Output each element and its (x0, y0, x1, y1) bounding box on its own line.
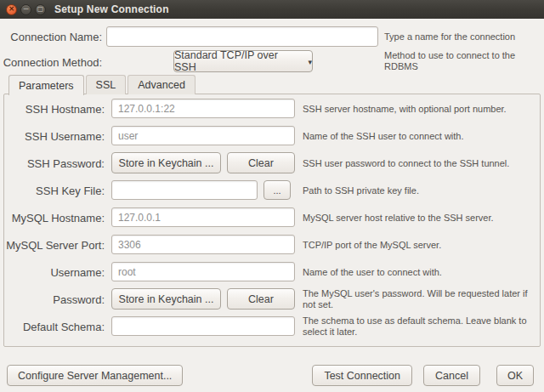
ssh-password-clear-button[interactable]: Clear (227, 152, 295, 173)
mysql-hostname-hint: MySQL server host relative to the SSH se… (303, 204, 537, 231)
test-connection-button[interactable]: Test Connection (312, 365, 412, 386)
ssh-username-label: SSH Username: (0, 122, 105, 150)
default-schema-label: Default Schema: (0, 313, 105, 340)
connection-method-hint: Method to use to connect to the RDBMS (384, 50, 544, 72)
mysql-server-port-input[interactable] (111, 235, 295, 254)
ssh-hostname-input[interactable] (111, 99, 295, 118)
maximize-icon[interactable]: ▢ (35, 4, 46, 15)
window-title: Setup New Connection (54, 3, 169, 15)
connection-method-value: Standard TCP/IP over SSH (174, 49, 300, 73)
default-schema-hint: The schema to use as default schema. Lea… (303, 313, 537, 340)
connection-name-label: Connection Name: (0, 26, 102, 47)
connection-method-label: Connection Method: (0, 51, 102, 73)
mysql-hostname-input[interactable] (111, 207, 295, 227)
tab-bar: ParametersSSLAdvanced (8, 75, 196, 94)
username-hint: Name of the user to connect with. (303, 258, 537, 286)
param-row-default-schema: Default Schema:The schema to use as defa… (0, 313, 544, 340)
ssh-password-label: SSH Password: (0, 150, 105, 177)
chevron-down-icon: ▾ (308, 58, 312, 66)
ssh-hostname-label: SSH Hostname: (0, 95, 105, 122)
ssh-key-file-input[interactable] (111, 180, 258, 200)
default-schema-input[interactable] (111, 316, 295, 336)
configure-server-management-button[interactable]: Configure Server Management... (7, 365, 183, 386)
ssh-key-file-browse-button[interactable]: ... (264, 180, 291, 200)
titlebar: ✕ ─ ▢ Setup New Connection (0, 0, 544, 19)
window-controls: ✕ ─ ▢ (6, 4, 46, 15)
tab-advanced[interactable]: Advanced (128, 75, 196, 94)
ok-button[interactable]: OK (496, 365, 534, 386)
param-row-ssh-key-file: SSH Key File:...Path to SSH private key … (0, 177, 544, 204)
mysql-server-port-label: MySQL Server Port: (0, 231, 105, 258)
param-row-password: Password:Store in Keychain ...ClearThe M… (0, 286, 544, 313)
connection-name-input[interactable] (106, 26, 378, 47)
param-row-mysql-server-port: MySQL Server Port:TCP/IP port of the MyS… (0, 231, 544, 258)
ssh-password-hint: SSH user password to connect to the SSH … (303, 150, 537, 177)
cancel-button[interactable]: Cancel (423, 365, 480, 386)
password-clear-button[interactable]: Clear (227, 288, 295, 310)
param-row-mysql-hostname: MySQL Hostname:MySQL server host relativ… (0, 204, 544, 231)
ssh-password-store-keychain-button[interactable]: Store in Keychain ... (111, 152, 221, 173)
username-input[interactable] (111, 262, 295, 281)
ssh-username-input[interactable] (111, 126, 295, 145)
password-hint: The MySQL user's password. Will be reque… (303, 286, 537, 313)
parameters-rows: SSH Hostname:SSH server hostname, with o… (0, 95, 544, 340)
ssh-key-file-hint: Path to SSH private key file. (303, 177, 537, 204)
connection-method-select[interactable]: Standard TCP/IP over SSH ▾ (173, 50, 313, 72)
param-row-ssh-password: SSH Password:Store in Keychain ...ClearS… (0, 150, 544, 177)
mysql-server-port-hint: TCP/IP port of the MySQL server. (303, 231, 537, 258)
tab-parameters[interactable]: Parameters (8, 75, 84, 95)
param-row-ssh-username: SSH Username:Name of the SSH user to con… (0, 122, 544, 150)
ssh-hostname-hint: SSH server hostname, with optional port … (303, 95, 537, 122)
footer-actions: Test Connection Cancel OK (312, 365, 534, 386)
param-row-username: Username:Name of the user to connect wit… (0, 258, 544, 286)
tab-ssl[interactable]: SSL (86, 75, 127, 94)
ssh-username-hint: Name of the SSH user to connect with. (303, 122, 537, 150)
mysql-hostname-label: MySQL Hostname: (0, 204, 105, 231)
ssh-key-file-label: SSH Key File: (0, 177, 105, 204)
close-icon[interactable]: ✕ (6, 4, 17, 15)
username-label: Username: (0, 258, 105, 286)
connection-name-hint: Type a name for the connection (384, 26, 515, 47)
param-row-ssh-hostname: SSH Hostname:SSH server hostname, with o… (0, 95, 544, 122)
password-store-keychain-button[interactable]: Store in Keychain ... (111, 288, 221, 310)
password-label: Password: (0, 286, 105, 313)
minimize-icon[interactable]: ─ (20, 4, 31, 15)
